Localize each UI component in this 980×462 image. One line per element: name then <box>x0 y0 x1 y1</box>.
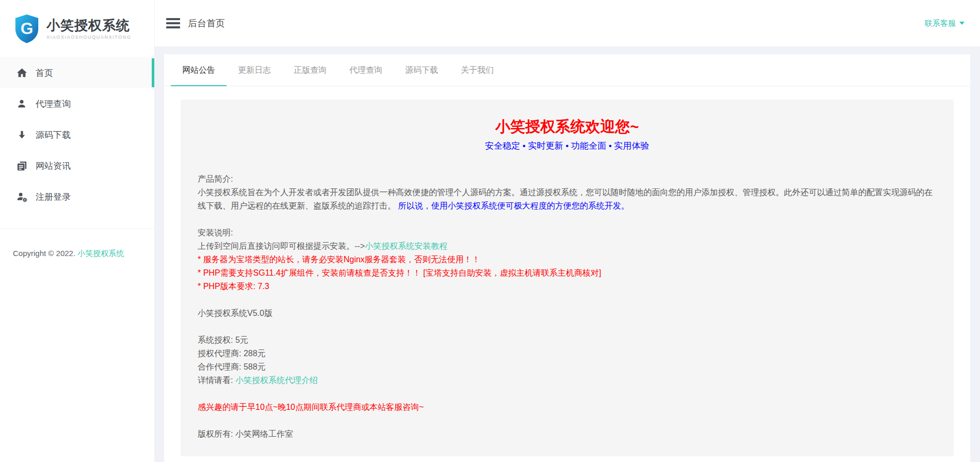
contact-support-dropdown[interactable]: 联系客服 <box>925 19 965 28</box>
shield-logo-icon: G <box>13 14 40 43</box>
content-card: 网站公告更新日志正版查询代理查询源码下载关于我们 小笑授权系统欢迎您~ 安全稳定… <box>164 54 970 462</box>
announcement-text: 版权所有: 小笑网络工作室 <box>198 429 293 438</box>
user-gear-icon <box>15 190 28 203</box>
announcement-blank-line <box>198 293 937 307</box>
announcement-line: 授权代理商: 288元 <box>198 347 937 360</box>
announcement-text: 安装说明: <box>198 228 233 237</box>
news-icon <box>15 160 28 172</box>
sidebar-menu: 首页代理查询源码下载网站资讯注册登录 <box>0 57 154 212</box>
contact-support-label: 联系客服 <box>925 19 956 28</box>
announcement-line: 版权所有: 小笑网络工作室 <box>198 427 937 441</box>
main-area: 后台首页 联系客服 网站公告更新日志正版查询代理查询源码下载关于我们 小笑授权系… <box>155 0 980 462</box>
announcement-line: 感兴趣的请于早10点~晚10点期间联系代理商或本站客服咨询~ <box>198 401 937 414</box>
sidebar-item-label: 代理查询 <box>36 98 71 110</box>
sidebar-item-首页[interactable]: 首页 <box>0 57 154 88</box>
announcement-line: 小笑授权系统旨在为个人开发者或者开发团队提供一种高效便捷的管理个人源码的方案。通… <box>198 186 937 213</box>
announcement-blank-line <box>198 414 937 427</box>
announcement-line: * PHP版本要求: 7.3 <box>198 280 937 293</box>
announcement-blank-line <box>198 387 937 401</box>
topbar: 后台首页 联系客服 <box>155 0 980 46</box>
inline-link[interactable]: 小笑授权系统安装教程 <box>365 242 447 250</box>
tab-代理查询[interactable]: 代理查询 <box>338 54 394 86</box>
copyright-link[interactable]: 小笑授权系统 <box>77 249 124 258</box>
announcement-subtitle: 安全稳定 • 实时更新 • 功能全面 • 实用体验 <box>198 140 937 152</box>
sidebar-item-label: 首页 <box>36 67 53 79</box>
user-icon <box>15 98 28 110</box>
announcement-text: 授权代理商: 288元 <box>198 349 266 358</box>
sidebar-item-注册登录[interactable]: 注册登录 <box>0 181 154 212</box>
announcement-text: * PHP需要支持SG11.4扩展组件，安装前请核查是否支持！！ [宝塔支持自助… <box>198 268 601 277</box>
announcement-panel: 小笑授权系统欢迎您~ 安全稳定 • 实时更新 • 功能全面 • 实用体验 产品简… <box>181 100 954 456</box>
sidebar-item-label: 注册登录 <box>36 191 71 203</box>
sidebar-item-label: 源码下载 <box>36 129 71 141</box>
tab-bar: 网站公告更新日志正版查询代理查询源码下载关于我们 <box>164 54 970 86</box>
sidebar-item-网站资讯[interactable]: 网站资讯 <box>0 150 154 181</box>
sidebar: G 小笑授权系统 XIAOXIAOSHOUQUANXITONG 首页代理查询源码… <box>0 0 155 462</box>
announcement-line: 上传到空间后直接访问即可根据提示安装。-->小笑授权系统安装教程 <box>198 240 937 253</box>
svg-text:G: G <box>21 19 34 38</box>
announcement-line: * 服务器为宝塔类型的站长，请务必安装Nginx服务器套装，否则无法使用！！ <box>198 253 937 266</box>
tab-更新日志[interactable]: 更新日志 <box>227 54 282 86</box>
tab-源码下载[interactable]: 源码下载 <box>394 54 449 86</box>
announcement-line: 小笑授权系统V5.0版 <box>198 307 937 320</box>
page-title: 后台首页 <box>188 17 225 29</box>
hamburger-menu-icon[interactable] <box>166 18 180 28</box>
announcement-text: 感兴趣的请于早10点~晚10点期间联系代理商或本站客服咨询~ <box>198 403 424 411</box>
sidebar-copyright: Copyright © 2022. 小笑授权系统 <box>0 229 154 260</box>
announcement-text: 上传到空间后直接访问即可根据提示安装。--> <box>198 242 365 250</box>
announcement-text: 详情请看: <box>198 376 235 385</box>
announcement-text: 所以说，使用小笑授权系统便可极大程度的方便您的系统开发。 <box>396 201 629 210</box>
announcement-text: 合作代理商: 588元 <box>198 362 266 371</box>
caret-down-icon <box>959 22 965 25</box>
announcement-line: 安装说明: <box>198 226 937 240</box>
announcement-text: 产品简介: <box>198 174 233 183</box>
announcement-blank-line <box>198 320 937 333</box>
announcement-title: 小笑授权系统欢迎您~ <box>198 117 937 136</box>
announcement-line: * PHP需要支持SG11.4扩展组件，安装前请核查是否支持！！ [宝塔支持自助… <box>198 266 937 280</box>
announcement-text: 系统授权: 5元 <box>198 336 248 344</box>
sidebar-item-label: 网站资讯 <box>36 160 71 172</box>
inline-link[interactable]: 小笑授权系统代理介绍 <box>235 376 318 385</box>
tab-关于我们[interactable]: 关于我们 <box>449 54 505 86</box>
tab-正版查询[interactable]: 正版查询 <box>282 54 338 86</box>
content-area: 网站公告更新日志正版查询代理查询源码下载关于我们 小笑授权系统欢迎您~ 安全稳定… <box>155 46 980 462</box>
app-title: 小笑授权系统 <box>46 18 132 33</box>
announcement-blank-line <box>198 213 937 226</box>
copyright-text: Copyright © 2022. <box>13 249 77 258</box>
announcement-line: 详情请看: 小笑授权系统代理介绍 <box>198 374 937 387</box>
announcement-text: * 服务器为宝塔类型的站长，请务必安装Nginx服务器套装，否则无法使用！！ <box>198 255 480 264</box>
announcement-text: 小笑授权系统V5.0版 <box>198 309 272 317</box>
announcement-line: 产品简介: <box>198 172 937 186</box>
sidebar-item-代理查询[interactable]: 代理查询 <box>0 88 154 119</box>
home-icon <box>15 67 28 79</box>
announcement-line: 合作代理商: 588元 <box>198 360 937 374</box>
logo: G 小笑授权系统 XIAOXIAOSHOUQUANXITONG <box>0 0 154 57</box>
announcement-line: 系统授权: 5元 <box>198 333 937 347</box>
sidebar-item-源码下载[interactable]: 源码下载 <box>0 119 154 150</box>
announcement-body: 产品简介:小笑授权系统旨在为个人开发者或者开发团队提供一种高效便捷的管理个人源码… <box>198 172 937 441</box>
app-subtitle: XIAOXIAOSHOUQUANXITONG <box>46 35 132 40</box>
tab-网站公告[interactable]: 网站公告 <box>171 54 227 86</box>
announcement-text: * PHP版本要求: 7.3 <box>198 282 269 291</box>
download-icon <box>15 129 28 141</box>
